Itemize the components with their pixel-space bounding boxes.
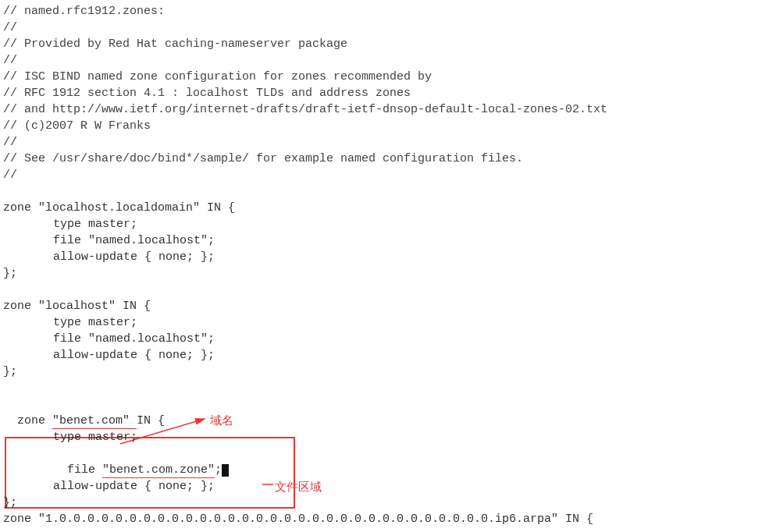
comment-line: // RFC 1912 section 4.1 : localhost TLDs… (3, 85, 766, 101)
comment-line: // See /usr/share/doc/bind*/sample/ for … (3, 151, 766, 167)
zone-open: zone "localhost" IN { (3, 298, 766, 314)
zone-body: type master; (3, 429, 766, 445)
comment-line: // (c)2007 R W Franks (3, 118, 766, 134)
zone-open: zone "localhost.localdomain" IN { (3, 200, 766, 216)
zone-body: allow-update { none; }; (3, 347, 766, 364)
file-value: "benet.com.zone" (102, 463, 215, 478)
comment-line: // (3, 20, 766, 36)
zone-domain: "benet.com" (52, 414, 137, 429)
blank-line (3, 282, 766, 298)
comment-line: // and http://www.ietf.org/internet-draf… (3, 101, 766, 118)
cursor-icon (222, 464, 229, 477)
blank-line (3, 380, 766, 396)
zone-close: }; (3, 265, 766, 282)
comment-line: // (3, 167, 766, 183)
zone-body: type master; (3, 314, 766, 331)
zone-body: file "named.localhost"; (3, 331, 766, 347)
config-file-view: // named.rfc1912.zones: // // Provided b… (3, 3, 766, 527)
zone-keyword: zone (17, 414, 52, 427)
zone-body-file: file "benet.com.zone"; (3, 445, 766, 478)
comment-line: // (3, 134, 766, 151)
annotation-filezone: 文件区域 (275, 478, 322, 495)
comment-line: // ISC BIND named zone configuration for… (3, 69, 766, 85)
file-end: ; (215, 463, 222, 477)
comment-line: // (3, 52, 766, 69)
zone-body: allow-update { none; }; (3, 478, 766, 495)
zone-close: }; (3, 495, 766, 511)
file-keyword: file (67, 463, 102, 477)
comment-line: // Provided by Red Hat caching-nameserve… (3, 36, 766, 52)
zone-body: type master; (3, 216, 766, 232)
zone-open: zone "benet.com" IN { (3, 396, 766, 429)
blank-line (3, 183, 766, 200)
zone-body: allow-update { none; }; (3, 249, 766, 265)
zone-open-rest: IN { (137, 414, 165, 427)
zone-open: zone "1.0.0.0.0.0.0.0.0.0.0.0.0.0.0.0.0.… (3, 511, 766, 527)
comment-line: // named.rfc1912.zones: (3, 3, 766, 20)
zone-close: }; (3, 364, 766, 380)
zone-body: file "named.localhost"; (3, 232, 766, 249)
annotation-domain: 域名 (210, 412, 233, 428)
